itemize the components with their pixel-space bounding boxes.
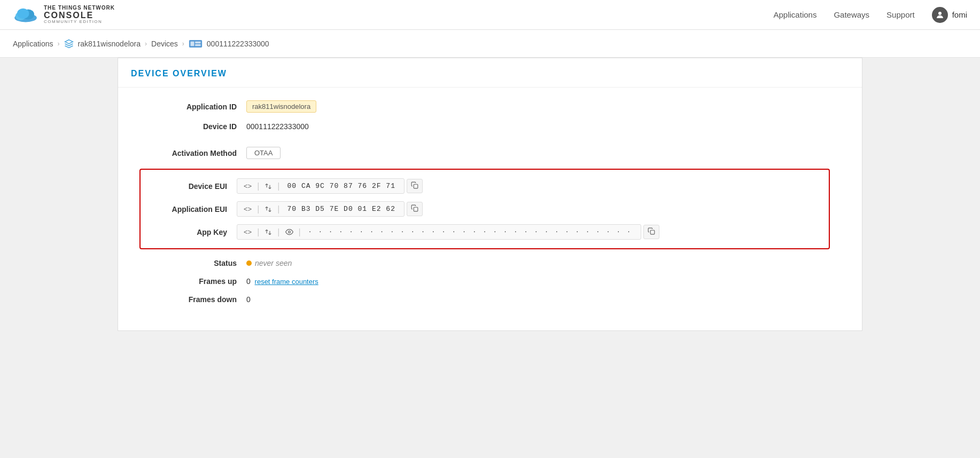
device-id-label: Device ID	[150, 122, 246, 131]
device-id-row: Device ID 000111222333000	[150, 122, 830, 131]
status-dot	[246, 260, 252, 266]
device-eui-swap-btn[interactable]	[262, 181, 274, 191]
application-eui-label: Application EUI	[151, 205, 237, 214]
application-eui-code-btn[interactable]: <>	[242, 204, 254, 214]
activation-method-label: Activation Method	[150, 149, 246, 157]
status-label: Status	[150, 259, 246, 267]
device-eui-controls: <> | | 00 CA 9C 70 87 76 2F 71	[237, 178, 405, 194]
device-icon	[189, 39, 203, 49]
app-key-code-btn[interactable]: <>	[242, 227, 254, 237]
svg-point-12	[288, 231, 290, 233]
breadcrumb-app-id[interactable]: rak811wisnodelora	[78, 40, 141, 48]
application-id-label: Application ID	[150, 102, 246, 111]
activation-method-value: OTAA	[246, 147, 281, 159]
username: fomi	[952, 10, 967, 19]
app-key-row: App Key <> | | | · · · · · · · · · · · ·…	[151, 224, 818, 240]
breadcrumb: Applications › rak811wisnodelora › Devic…	[0, 30, 980, 58]
app-key-controls: <> | | | · · · · · · · · · · · · · · · ·…	[237, 224, 641, 240]
reset-frame-counters-link[interactable]: reset frame counters	[255, 278, 318, 286]
svg-marker-5	[65, 40, 73, 44]
application-eui-row: Application EUI <> | | 70 B3 D5 7E D0 01…	[151, 201, 818, 217]
breadcrumb-device-id: 000111222333000	[207, 40, 269, 48]
frames-down-label: Frames down	[150, 295, 246, 304]
status-row: Status never seen	[150, 259, 830, 267]
svg-rect-13	[650, 230, 655, 234]
activation-method-row: Activation Method OTAA	[150, 147, 830, 159]
avatar	[932, 7, 948, 23]
frames-up-value: 0	[246, 277, 251, 286]
device-eui-row: Device EUI <> | | 00 CA 9C 70 87 76 2F 7…	[151, 178, 818, 194]
app-key-copy-btn[interactable]	[643, 225, 659, 239]
nav-applications-link[interactable]: Applications	[774, 10, 817, 19]
logo-console: CONSOLE	[44, 11, 115, 20]
frames-down-row: Frames down 0	[150, 295, 830, 304]
eui-box: Device EUI <> | | 00 CA 9C 70 87 76 2F 7…	[139, 169, 830, 249]
status-value: never seen	[255, 259, 292, 267]
nav-user[interactable]: fomi	[932, 7, 967, 23]
logo-edition: COMMUNITY EDITION	[44, 20, 115, 25]
app-key-value: · · · · · · · · · · · · · · · · · · · · …	[304, 228, 636, 235]
application-id-row: Application ID rak811wisnodelora	[150, 100, 830, 113]
device-overview-panel: DEVICE OVERVIEW Application ID rak811wis…	[118, 58, 862, 331]
app-key-label: App Key	[151, 228, 237, 236]
svg-rect-9	[195, 44, 200, 45]
logo-ttn: THE THINGS NETWORK	[44, 5, 115, 11]
breadcrumb-sep-2: ›	[145, 40, 147, 48]
main-content: DEVICE OVERVIEW Application ID rak811wis…	[0, 58, 980, 458]
application-eui-controls: <> | | 70 B3 D5 7E D0 01 E2 62	[237, 201, 405, 217]
application-eui-copy-btn[interactable]	[407, 202, 423, 216]
breadcrumb-applications[interactable]: Applications	[13, 40, 53, 48]
breadcrumb-sep-3: ›	[182, 40, 184, 48]
svg-rect-10	[414, 184, 418, 188]
breadcrumb-devices[interactable]: Devices	[151, 40, 178, 48]
device-eui-label: Device EUI	[151, 182, 237, 191]
device-eui-value: 00 CA 9C 70 87 76 2F 71	[283, 182, 400, 190]
frames-up-label: Frames up	[150, 277, 246, 286]
nav-support-link[interactable]: Support	[886, 10, 915, 19]
svg-rect-11	[414, 207, 418, 211]
app-key-visibility-btn[interactable]	[283, 227, 295, 237]
svg-rect-7	[190, 41, 194, 46]
svg-point-4	[938, 12, 942, 15]
app-key-swap-btn[interactable]	[262, 227, 274, 237]
nav-gateways-link[interactable]: Gateways	[834, 10, 869, 19]
top-nav: THE THINGS NETWORK CONSOLE COMMUNITY EDI…	[0, 0, 980, 30]
device-overview-body: Application ID rak811wisnodelora Device …	[118, 88, 862, 330]
logo: THE THINGS NETWORK CONSOLE COMMUNITY EDI…	[13, 5, 115, 25]
svg-point-3	[17, 9, 29, 19]
layers-icon	[64, 39, 74, 49]
logo-text: THE THINGS NETWORK CONSOLE COMMUNITY EDI…	[44, 5, 115, 25]
device-eui-code-btn[interactable]: <>	[242, 181, 254, 191]
svg-rect-8	[195, 41, 200, 43]
application-eui-swap-btn[interactable]	[262, 204, 274, 214]
device-id-value: 000111222333000	[246, 122, 309, 131]
nav-links: Applications Gateways Support fomi	[774, 7, 967, 23]
application-id-badge: rak811wisnodelora	[246, 100, 316, 113]
frames-up-row: Frames up 0 reset frame counters	[150, 277, 830, 286]
frames-down-value: 0	[246, 295, 251, 304]
page-title: DEVICE OVERVIEW	[118, 58, 862, 88]
device-eui-copy-btn[interactable]	[407, 179, 423, 193]
breadcrumb-sep-1: ›	[58, 40, 60, 48]
ttn-logo-icon	[13, 6, 38, 23]
application-eui-value: 70 B3 D5 7E D0 01 E2 62	[283, 205, 400, 213]
